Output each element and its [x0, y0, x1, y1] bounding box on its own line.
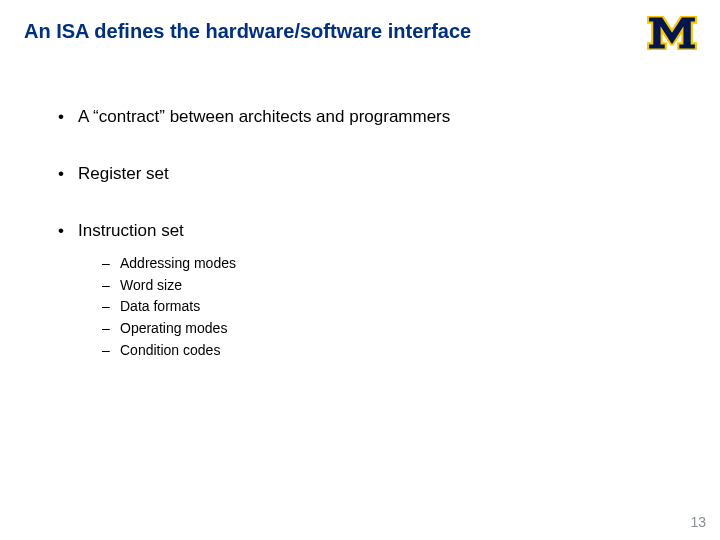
sub-bullet-item: Addressing modes: [102, 253, 696, 275]
sub-bullet-text: Addressing modes: [120, 255, 236, 271]
bullet-item: Instruction set Addressing modes Word si…: [58, 220, 696, 361]
sub-bullet-list: Addressing modes Word size Data formats …: [78, 253, 696, 361]
sub-bullet-text: Condition codes: [120, 342, 220, 358]
sub-bullet-text: Operating modes: [120, 320, 227, 336]
sub-bullet-item: Operating modes: [102, 318, 696, 340]
slide-title: An ISA defines the hardware/software int…: [24, 18, 564, 44]
slide-body: A “contract” between architects and prog…: [24, 106, 696, 361]
sub-bullet-item: Data formats: [102, 296, 696, 318]
sub-bullet-item: Word size: [102, 275, 696, 297]
slide: An ISA defines the hardware/software int…: [0, 0, 720, 540]
bullet-text: Register set: [78, 164, 169, 183]
bullet-item: A “contract” between architects and prog…: [58, 106, 696, 129]
sub-bullet-text: Data formats: [120, 298, 200, 314]
bullet-item: Register set: [58, 163, 696, 186]
sub-bullet-text: Word size: [120, 277, 182, 293]
bullet-text: A “contract” between architects and prog…: [78, 107, 450, 126]
page-number: 13: [690, 514, 706, 530]
michigan-m-logo: [646, 16, 698, 50]
sub-bullet-item: Condition codes: [102, 340, 696, 362]
bullet-text: Instruction set: [78, 221, 184, 240]
bullet-list: A “contract” between architects and prog…: [58, 106, 696, 361]
